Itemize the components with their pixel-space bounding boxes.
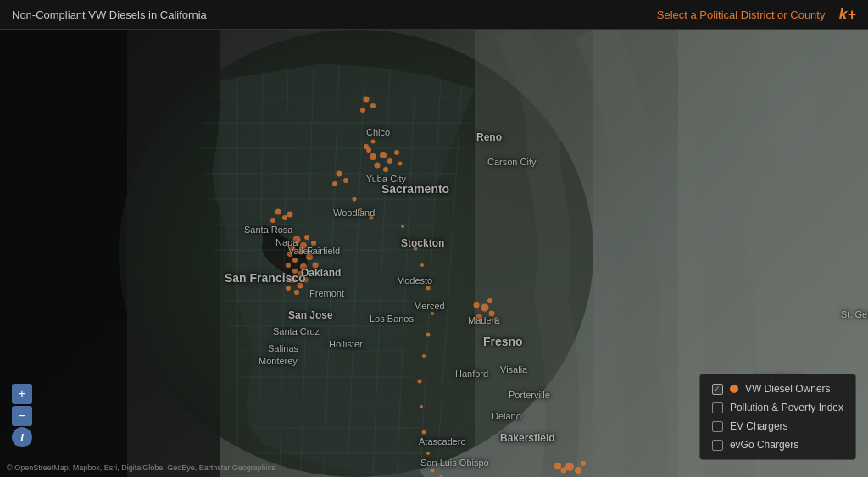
svg-point-33: [375, 163, 381, 169]
svg-point-62: [287, 212, 293, 218]
svg-point-31: [380, 152, 387, 158]
svg-point-37: [398, 162, 403, 166]
svg-point-65: [481, 304, 489, 312]
svg-point-77: [359, 208, 362, 211]
svg-point-56: [286, 286, 291, 291]
page-title: Non-Compliant VW Diesels in California: [12, 8, 207, 21]
header: Non-Compliant VW Diesels in California S…: [0, 0, 868, 30]
legend-panel: VW Diesel OwnersPollution & Poverty Inde…: [699, 374, 856, 460]
svg-point-80: [414, 247, 418, 251]
svg-point-84: [426, 333, 431, 337]
svg-point-45: [304, 235, 309, 240]
svg-point-48: [311, 241, 316, 246]
legend-label-ev-chargers: EV Chargers: [730, 420, 788, 432]
svg-point-57: [303, 277, 309, 283]
svg-point-63: [292, 269, 298, 274]
legend-checkbox-ev-chargers[interactable]: [712, 421, 723, 432]
svg-point-85: [422, 354, 426, 358]
svg-point-89: [426, 452, 430, 455]
svg-point-51: [313, 263, 319, 269]
svg-point-70: [493, 317, 498, 322]
svg-point-32: [387, 158, 392, 164]
svg-point-95: [364, 144, 369, 149]
legend-checkbox-evgo-chargers[interactable]: [712, 440, 723, 451]
svg-point-49: [306, 253, 313, 260]
svg-point-86: [418, 380, 422, 384]
svg-point-44: [290, 246, 296, 252]
svg-point-88: [422, 430, 426, 435]
svg-point-72: [575, 467, 581, 474]
svg-point-35: [370, 153, 376, 160]
svg-point-36: [383, 167, 388, 172]
legend-dot-vw-diesel-owners: [730, 385, 738, 393]
select-district-link[interactable]: Select a Political District or County: [657, 8, 826, 21]
svg-point-73: [561, 468, 567, 474]
info-button[interactable]: i: [12, 427, 32, 447]
svg-point-83: [431, 312, 434, 315]
svg-point-69: [474, 302, 480, 308]
header-right: Select a Political District or County k+: [657, 6, 856, 24]
svg-point-55: [298, 283, 303, 289]
svg-point-81: [420, 263, 424, 267]
svg-point-41: [332, 181, 337, 186]
svg-point-90: [431, 469, 435, 473]
svg-point-39: [337, 171, 342, 177]
legend-checkbox-pollution-poverty[interactable]: [712, 402, 723, 413]
svg-point-50: [292, 258, 298, 263]
svg-point-61: [270, 218, 275, 223]
zoom-out-button[interactable]: −: [12, 406, 32, 426]
svg-point-74: [581, 461, 586, 466]
legend-label-vw-diesel-owners: VW Diesel Owners: [745, 383, 831, 395]
svg-point-66: [489, 311, 495, 317]
svg-point-93: [370, 103, 376, 108]
svg-point-71: [565, 463, 574, 471]
svg-point-78: [370, 216, 374, 220]
legend-items: VW Diesel OwnersPollution & Poverty Inde…: [712, 383, 843, 451]
map[interactable]: SacramentoSan FranciscoOaklandSan JoseFr…: [0, 30, 868, 477]
svg-point-64: [298, 271, 304, 277]
legend-item-ev-chargers[interactable]: EV Chargers: [712, 420, 843, 432]
svg-point-79: [401, 225, 404, 228]
logo: k+: [838, 6, 856, 24]
svg-point-46: [298, 249, 304, 255]
svg-point-53: [300, 263, 307, 270]
svg-point-54: [289, 276, 296, 283]
zoom-controls: + −: [12, 384, 32, 426]
legend-item-vw-diesel-owners[interactable]: VW Diesel Owners: [712, 383, 843, 395]
svg-point-58: [294, 290, 299, 295]
map-attribution: © OpenStreetMap, Mapbox, Esri, DigitalGl…: [0, 463, 282, 472]
legend-checkbox-vw-diesel-owners[interactable]: [712, 384, 723, 395]
svg-point-96: [371, 140, 376, 144]
legend-item-pollution-poverty[interactable]: Pollution & Poverty Index: [712, 402, 843, 413]
svg-point-59: [275, 209, 281, 215]
svg-point-92: [364, 97, 370, 103]
legend-item-evgo-chargers[interactable]: evGo Chargers: [712, 439, 843, 451]
svg-point-47: [287, 252, 292, 257]
svg-point-82: [426, 286, 431, 291]
svg-point-87: [420, 405, 423, 408]
svg-point-60: [282, 215, 287, 220]
svg-point-67: [476, 314, 482, 321]
svg-point-34: [394, 150, 399, 155]
svg-point-76: [353, 197, 357, 202]
zoom-in-button[interactable]: +: [12, 384, 32, 404]
svg-point-75: [554, 463, 561, 469]
svg-point-43: [300, 242, 307, 249]
legend-label-pollution-poverty: Pollution & Poverty Index: [730, 402, 843, 413]
svg-point-68: [487, 298, 492, 303]
svg-point-40: [343, 178, 348, 183]
svg-point-94: [360, 108, 365, 113]
svg-point-52: [286, 263, 291, 268]
svg-point-42: [293, 236, 301, 244]
legend-label-evgo-chargers: evGo Chargers: [730, 439, 798, 451]
